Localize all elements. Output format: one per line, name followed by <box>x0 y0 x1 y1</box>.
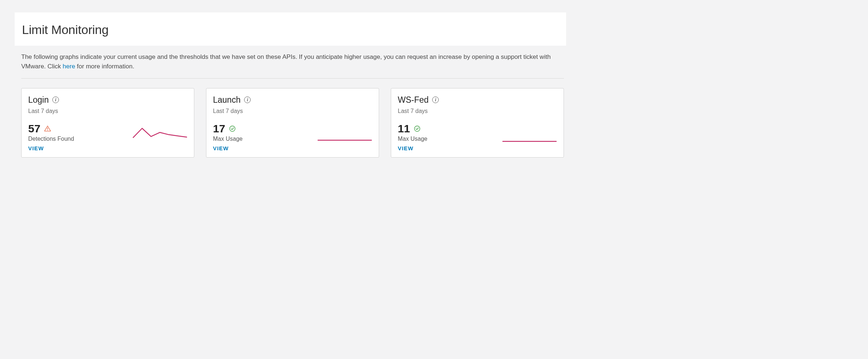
card-title-row: Login i <box>28 95 187 105</box>
description-after: for more information. <box>75 63 134 70</box>
card-subtitle: Last 7 days <box>213 108 372 114</box>
page-title: Limit Monitoring <box>22 23 566 37</box>
metric-value: 17 <box>213 122 225 135</box>
view-button[interactable]: VIEW <box>398 145 414 151</box>
ok-icon <box>414 125 421 132</box>
svg-point-2 <box>230 126 235 131</box>
cards-row: Login i Last 7 days 57 <box>21 88 564 158</box>
divider <box>21 78 564 79</box>
metric-column: 17 Max Usage <box>213 122 268 142</box>
info-icon[interactable]: i <box>52 97 59 103</box>
card-subtitle: Last 7 days <box>28 108 187 114</box>
metric-column: 11 Max Usage <box>398 122 453 142</box>
card-login: Login i Last 7 days 57 <box>21 88 194 158</box>
info-icon[interactable]: i <box>244 97 251 103</box>
metric-value: 57 <box>28 122 40 135</box>
card-wsfed: WS-Fed i Last 7 days 11 Max U <box>391 88 564 158</box>
sparkline-chart <box>453 122 557 144</box>
metric-label: Max Usage <box>213 136 268 142</box>
svg-point-1 <box>48 130 48 131</box>
card-title: WS-Fed <box>398 95 429 105</box>
card-title: Login <box>28 95 49 105</box>
card-body: 17 Max Usage <box>213 122 372 144</box>
metric-label: Max Usage <box>398 136 453 142</box>
view-button[interactable]: VIEW <box>213 145 229 151</box>
metric-label: Detections Found <box>28 136 83 142</box>
metric-row: 17 <box>213 122 268 135</box>
metric-row: 57 <box>28 122 83 135</box>
description-text: The following graphs indicate your curre… <box>21 52 564 72</box>
card-subtitle: Last 7 days <box>398 108 557 114</box>
card-body: 11 Max Usage <box>398 122 557 144</box>
card-title-row: WS-Fed i <box>398 95 557 105</box>
card-body: 57 Detections Found <box>28 122 187 144</box>
page-header-card: Limit Monitoring <box>15 12 566 46</box>
info-icon[interactable]: i <box>432 97 439 103</box>
sparkline-chart <box>268 122 372 144</box>
svg-point-3 <box>415 126 420 131</box>
metric-value: 11 <box>398 122 410 135</box>
card-title-row: Launch i <box>213 95 372 105</box>
metric-row: 11 <box>398 122 453 135</box>
card-title: Launch <box>213 95 240 105</box>
card-launch: Launch i Last 7 days 17 Max U <box>206 88 379 158</box>
ok-icon <box>229 125 236 132</box>
view-button[interactable]: VIEW <box>28 145 44 151</box>
sparkline-chart <box>83 122 187 144</box>
metric-column: 57 Detections Found <box>28 122 83 142</box>
page-root: Limit Monitoring The following graphs in… <box>0 12 579 158</box>
description-link[interactable]: here <box>63 63 75 70</box>
warning-icon <box>44 125 51 132</box>
